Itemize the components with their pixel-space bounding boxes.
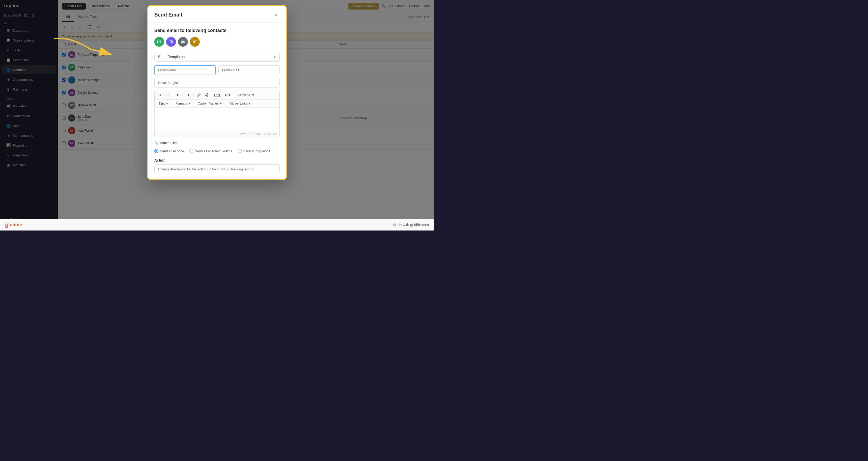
attach-files-row[interactable]: 📎 Attach Files <box>154 141 280 145</box>
paperclip-icon: 📎 <box>154 141 158 145</box>
ordered-list-button[interactable]: ☷ ▼ <box>182 92 191 98</box>
guidde-g-letter: g <box>5 221 8 228</box>
contact-avatar-rt: RT <box>190 37 200 47</box>
send-all-at-schedule-option[interactable]: Send all at schedule time <box>189 149 232 153</box>
from-email-input[interactable] <box>218 65 280 75</box>
bottom-bar: g uidde . Made with guidde.com <box>0 219 434 230</box>
action-section-label: Action <box>154 158 280 162</box>
radio-send-schedule <box>189 149 193 153</box>
guidde-period: . <box>23 222 24 227</box>
trigger-links-dropdown[interactable]: Trigger Links ▼ <box>228 101 253 106</box>
from-row <box>154 65 280 75</box>
email-templates-select[interactable]: Email Templates <box>154 52 280 62</box>
send-email-modal: Send Email × Send email to following con… <box>147 5 287 180</box>
modal-close-button[interactable]: × <box>273 11 280 18</box>
toolbar-divider <box>194 101 194 105</box>
guidde-credit: Made with guidde.com <box>393 223 429 227</box>
toolbar-divider <box>172 101 172 105</box>
radio-drip <box>238 149 242 153</box>
send-options-row: Send all at once Send all at schedule ti… <box>154 149 280 153</box>
contact-avatar-ds: DS <box>178 37 188 47</box>
attach-files-label: Attach Files <box>160 141 178 145</box>
email-editor: B I ☰ ▼ ☷ ▼ 🔗 🖼 U ▼ A ▼ Verdana ▼ <box>154 91 280 137</box>
modal-header: Send Email × <box>148 6 286 23</box>
contact-avatars-row: KT TE DS RT <box>154 37 280 47</box>
radio-send-at-once <box>154 149 158 153</box>
from-name-input[interactable] <box>154 65 216 75</box>
guidde-logo: g uidde . <box>5 221 24 228</box>
modal-title: Send Email <box>154 12 182 18</box>
modal-overlay[interactable]: Send Email × Send email to following con… <box>0 0 434 230</box>
editor-toolbar: B I ☰ ▼ ☷ ▼ 🔗 🖼 U ▼ A ▼ Verdana ▼ <box>155 91 279 100</box>
image-button[interactable]: 🖼 <box>203 92 209 98</box>
italic-button[interactable]: I <box>163 92 167 98</box>
modal-heading: Send email to following contacts <box>154 28 280 33</box>
contact-avatar-te: TE <box>166 37 176 47</box>
underline-button[interactable]: U ▼ <box>213 92 222 98</box>
contact-avatar-kt: KT <box>154 37 164 47</box>
text-color-button[interactable]: A ▼ <box>223 92 232 98</box>
guidde-wordmark: uidde <box>9 222 22 228</box>
bold-button[interactable]: B <box>157 92 162 98</box>
font-select[interactable]: Verdana ▼ <box>236 92 256 98</box>
formats-dropdown[interactable]: Formats ▼ <box>174 101 192 106</box>
bullet-list-button[interactable]: ☰ ▼ <box>170 92 180 98</box>
send-in-drip-option[interactable]: Send in drip mode <box>238 149 271 153</box>
action-input[interactable] <box>154 164 280 174</box>
send-all-at-once-option[interactable]: Send all at once <box>154 149 184 153</box>
toolbar-divider <box>168 93 169 97</box>
email-templates-wrapper: Email Templates ▼ <box>154 52 280 62</box>
font-size-dropdown[interactable]: 11pt ▼ <box>157 101 170 106</box>
custom-values-dropdown[interactable]: Custom Values ▼ <box>196 101 224 106</box>
modal-body: Send email to following contacts KT TE D… <box>148 23 286 179</box>
editor-body[interactable] <box>155 107 279 131</box>
editor-toolbar-row2: 11pt ▼ Formats ▼ Custom Values ▼ Trigger… <box>155 100 279 107</box>
editor-footer: 0 WORDS POWERED BY TINY <box>155 131 279 137</box>
link-button[interactable]: 🔗 <box>195 92 202 98</box>
toolbar-divider <box>226 101 226 105</box>
email-subject-input[interactable] <box>154 78 280 88</box>
